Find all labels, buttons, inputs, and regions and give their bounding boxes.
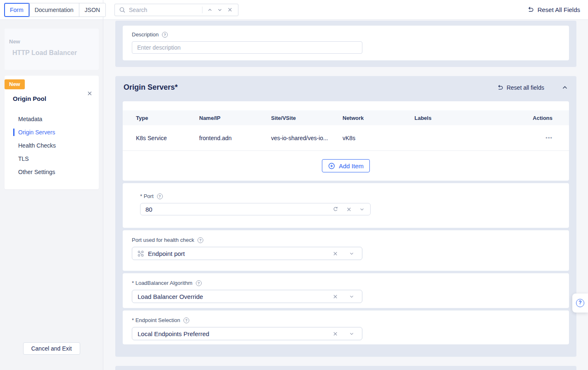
main-header: Reset All Fields [103, 0, 588, 20]
column-name-ip: Name/IP [199, 115, 271, 121]
cell-site-vsite: ves-io-shared/ves-io... [271, 135, 343, 141]
table-header-row: Type Name/IP Site/VSite Network Labels A… [123, 110, 569, 125]
table-row: K8s Service frontend.adn ves-io-shared/v… [123, 125, 569, 151]
reset-all-fields-button[interactable]: Reset All Fields [527, 6, 580, 13]
chevron-down-icon[interactable] [359, 206, 365, 212]
cell-network: vK8s [343, 135, 414, 141]
help-icon[interactable]: ? [162, 32, 168, 38]
row-actions-menu-icon[interactable]: ••• [528, 135, 552, 141]
sidebar-item-tls[interactable]: TLS [5, 152, 99, 165]
wizard-parent-card[interactable]: New HTTP Load Balancer [5, 29, 99, 70]
origin-servers-header: Origin Servers* Reset all fields [123, 76, 569, 99]
search-next-icon[interactable] [215, 5, 225, 15]
help-icon[interactable]: ? [183, 317, 189, 323]
tab-json[interactable]: JSON [79, 3, 105, 17]
health-check-port-label: Port used for health check [132, 237, 194, 243]
help-icon[interactable]: ? [196, 280, 202, 286]
section-title: Origin Servers* [124, 83, 178, 92]
reset-icon [497, 84, 503, 91]
sidebar-item-health-checks[interactable]: Health Checks [5, 139, 99, 152]
cell-type: K8s Service [136, 135, 199, 141]
health-check-port-select[interactable]: Endpoint port [132, 247, 362, 260]
lb-algorithm-card: * LoadBalancer Algorithm ? Load Balancer… [123, 273, 569, 308]
sidebar-item-other-settings[interactable]: Other Settings [5, 165, 99, 179]
metadata-section: Description ? [115, 21, 576, 67]
collapse-section-icon[interactable] [562, 84, 568, 91]
search-clear-icon[interactable] [225, 5, 235, 15]
endpoint-selection-value: Local Endpoints Preferred [138, 330, 330, 337]
form-content: Description ? Origin Servers* R [103, 20, 588, 370]
help-icon: ? [576, 299, 584, 307]
view-tabs: Form Documentation JSON [4, 3, 106, 17]
column-actions: Actions [528, 115, 552, 121]
clear-value-icon[interactable] [330, 329, 340, 339]
reset-section-fields-label: Reset all fields [507, 84, 544, 91]
endpoint-selection-label: * Endpoint Selection [132, 317, 180, 323]
view-tab-bar: Form Documentation JSON [0, 0, 103, 20]
reset-icon [527, 6, 534, 13]
sidebar-item-origin-servers[interactable]: Origin Servers [5, 126, 99, 139]
add-item-button[interactable]: Add Item [322, 159, 370, 172]
column-network: Network [343, 115, 414, 121]
column-site-vsite: Site/VSite [271, 115, 343, 121]
chevron-down-icon[interactable] [347, 291, 357, 301]
clear-value-icon[interactable] [330, 248, 340, 258]
search-icon [119, 7, 126, 13]
clear-value-icon[interactable] [330, 291, 340, 301]
help-icon[interactable]: ? [157, 193, 163, 199]
refresh-icon[interactable] [332, 206, 339, 212]
next-section-stub [115, 366, 576, 370]
chevron-down-icon[interactable] [347, 329, 357, 339]
search-prev-icon[interactable] [205, 5, 215, 15]
endpoint-selection-select[interactable]: Local Endpoints Preferred [132, 327, 362, 340]
parent-card-title: HTTP Load Balancer [12, 49, 94, 57]
origin-servers-table-card: Type Name/IP Site/VSite Network Labels A… [123, 101, 569, 181]
port-card: * Port ? [123, 183, 569, 228]
lb-algorithm-label: * LoadBalancer Algorithm [132, 280, 193, 286]
help-icon[interactable]: ? [198, 237, 203, 243]
wizard-current-card: New Origin Pool Metadata Origin Servers … [5, 76, 99, 189]
add-item-area: Add Item [123, 151, 569, 181]
main-area: Reset All Fields Description ? Origin Se… [103, 0, 588, 370]
clear-value-icon[interactable] [345, 206, 352, 212]
form-section-nav: Metadata Origin Servers Health Checks TL… [5, 112, 99, 179]
endpoint-selection-card: * Endpoint Selection ? Local Endpoints P… [123, 310, 569, 344]
search-box [114, 4, 238, 16]
origin-servers-section: Origin Servers* Reset all fields [115, 76, 576, 357]
health-check-port-card: Port used for health check ? Endpoint po… [123, 230, 569, 271]
help-flyout-button[interactable]: ? [572, 294, 588, 313]
search-input[interactable] [129, 7, 200, 13]
search-divider [202, 7, 202, 13]
description-input[interactable] [132, 41, 362, 54]
new-badge: New [5, 79, 25, 89]
health-check-port-value: Endpoint port [148, 250, 330, 257]
app-root: Form Documentation JSON New HTTP Load Ba… [0, 0, 588, 370]
lb-algorithm-value: Load Balancer Override [138, 293, 330, 300]
reset-all-fields-label: Reset All Fields [538, 6, 580, 13]
sidebar-item-metadata[interactable]: Metadata [5, 112, 99, 126]
cell-name-ip: frontend.adn [199, 135, 271, 141]
description-card: Description ? [123, 26, 569, 60]
reset-section-fields-button[interactable]: Reset all fields [497, 84, 544, 91]
tab-form[interactable]: Form [5, 3, 29, 17]
column-type: Type [136, 115, 199, 121]
plus-circle-icon [328, 162, 335, 169]
port-label: * Port [140, 193, 154, 199]
sidebar: Form Documentation JSON New HTTP Load Ba… [0, 0, 103, 370]
close-icon[interactable] [86, 90, 93, 97]
description-label: Description [132, 31, 159, 38]
lb-algorithm-select[interactable]: Load Balancer Override [132, 290, 362, 303]
chevron-down-icon[interactable] [347, 248, 357, 258]
parent-card-eyebrow: New [9, 38, 94, 45]
tab-documentation[interactable]: Documentation [29, 3, 79, 17]
add-item-label: Add Item [339, 162, 364, 169]
cancel-and-exit-button[interactable]: Cancel and Exit [23, 342, 80, 355]
endpoint-nodes-icon [138, 251, 144, 257]
column-labels: Labels [414, 115, 528, 121]
